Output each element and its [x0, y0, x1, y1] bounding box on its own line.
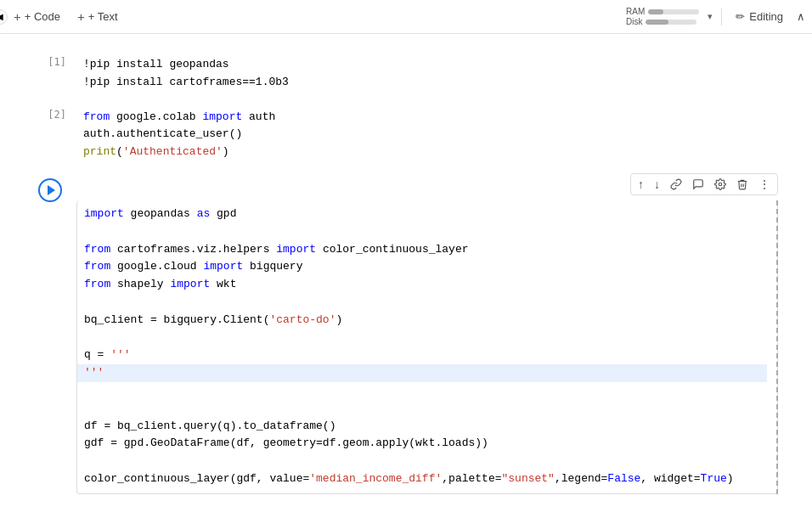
run-cell-button[interactable] — [38, 178, 62, 202]
editing-button[interactable]: ✏ Editing — [729, 7, 790, 26]
svg-point-0 — [719, 183, 722, 186]
ram-progress-bar — [648, 9, 699, 14]
add-text-button[interactable]: + + Text — [70, 6, 125, 27]
cell-active-border — [776, 200, 778, 494]
plus-icon-2: + — [77, 9, 85, 24]
cell-1-number: [1] — [34, 51, 76, 97]
ram-disk-indicator: RAM Disk — [626, 7, 699, 26]
link-button[interactable] — [668, 177, 684, 192]
cell-3-active: ↑ ↓ ⋮ impor — [34, 173, 778, 494]
editing-label: Editing — [749, 10, 783, 23]
move-down-button[interactable]: ↓ — [652, 176, 662, 193]
disk-progress-fill — [646, 20, 668, 25]
cell-1: [1] !pip install geopandas !pip install … — [34, 51, 778, 97]
toolbar-divider — [721, 8, 722, 25]
delete-cell-button[interactable] — [735, 177, 750, 192]
disk-label: Disk — [626, 17, 642, 26]
comment-button[interactable] — [691, 177, 706, 192]
add-code-button[interactable]: + + Code — [7, 6, 67, 27]
cell-3-code: import geopandas as gpd from cartoframes… — [84, 206, 760, 488]
plus-icon: + — [14, 9, 21, 24]
add-text-label: + Text — [88, 10, 118, 23]
more-options-button[interactable]: ⋮ — [757, 176, 772, 193]
main-content: [1] !pip install geopandas !pip install … — [0, 34, 812, 518]
cell-2: [2] from google.colab import auth auth.a… — [34, 104, 778, 166]
cell-2-code: from google.colab import auth auth.authe… — [83, 109, 771, 161]
ram-dropdown-button[interactable]: ▾ — [706, 9, 714, 24]
disk-progress-bar — [646, 20, 696, 25]
notebook: [1] !pip install geopandas !pip install … — [0, 34, 812, 518]
toolbar-right: RAM Disk ▾ ✏ Editing ∧ — [626, 7, 805, 26]
move-up-button[interactable]: ↑ — [636, 176, 646, 193]
active-cell-wrapper: ↑ ↓ ⋮ impor — [76, 173, 778, 494]
settings-button[interactable] — [713, 177, 728, 192]
pencil-icon: ✏ — [736, 10, 745, 23]
add-code-label: + Code — [25, 10, 60, 23]
ram-label: RAM — [626, 7, 645, 16]
cell-3-content[interactable]: import geopandas as gpd from cartoframes… — [76, 200, 778, 494]
cell-2-content[interactable]: from google.colab import auth auth.authe… — [76, 104, 778, 166]
cell-2-number: [2] — [34, 104, 76, 166]
top-toolbar: ◀ + + Code + + Text RAM Disk ▾ — [0, 0, 812, 34]
cell-1-code: !pip install geopandas !pip install cart… — [83, 56, 771, 92]
chevron-up-icon[interactable]: ∧ — [797, 10, 805, 23]
active-cell-toolbar: ↑ ↓ ⋮ — [630, 173, 778, 195]
ram-progress-fill — [648, 9, 663, 14]
cell-1-content[interactable]: !pip install geopandas !pip install cart… — [76, 51, 778, 97]
